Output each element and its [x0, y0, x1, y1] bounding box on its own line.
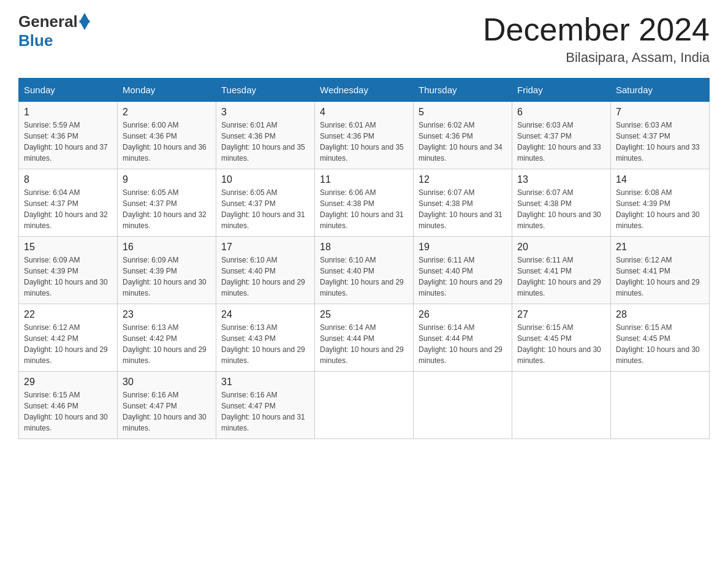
day-info: Sunrise: 6:14 AMSunset: 4:44 PMDaylight:…: [419, 323, 502, 365]
calendar-cell: 3 Sunrise: 6:01 AMSunset: 4:36 PMDayligh…: [216, 102, 315, 169]
calendar-cell: 18 Sunrise: 6:10 AMSunset: 4:40 PMDaylig…: [315, 237, 414, 304]
calendar-cell: 25 Sunrise: 6:14 AMSunset: 4:44 PMDaylig…: [315, 304, 414, 372]
day-number: 10: [221, 174, 309, 185]
calendar-cell: 9 Sunrise: 6:05 AMSunset: 4:37 PMDayligh…: [118, 169, 216, 237]
calendar-cell: 11 Sunrise: 6:06 AMSunset: 4:38 PMDaylig…: [315, 169, 414, 237]
calendar-cell: 1 Sunrise: 5:59 AMSunset: 4:36 PMDayligh…: [19, 102, 118, 169]
day-info: Sunrise: 6:15 AMSunset: 4:45 PMDaylight:…: [517, 323, 601, 365]
calendar-table: SundayMondayTuesdayWednesdayThursdayFrid…: [18, 78, 710, 439]
calendar-cell: 28 Sunrise: 6:15 AMSunset: 4:45 PMDaylig…: [611, 304, 710, 372]
day-header-sunday: Sunday: [19, 79, 118, 102]
calendar-cell: 26 Sunrise: 6:14 AMSunset: 4:44 PMDaylig…: [414, 304, 512, 372]
calendar-cell: 21 Sunrise: 6:12 AMSunset: 4:41 PMDaylig…: [611, 237, 710, 304]
location-text: Bilasipara, Assam, India: [483, 50, 710, 66]
day-number: 29: [24, 377, 112, 388]
calendar-cell: 23 Sunrise: 6:13 AMSunset: 4:42 PMDaylig…: [118, 304, 216, 372]
day-number: 11: [320, 174, 408, 185]
day-number: 4: [320, 107, 408, 118]
calendar-cell: 29 Sunrise: 6:15 AMSunset: 4:46 PMDaylig…: [19, 372, 118, 439]
calendar-cell: 2 Sunrise: 6:00 AMSunset: 4:36 PMDayligh…: [118, 102, 216, 169]
day-number: 20: [517, 242, 605, 253]
day-header-wednesday: Wednesday: [315, 79, 414, 102]
day-info: Sunrise: 6:03 AMSunset: 4:37 PMDaylight:…: [616, 121, 700, 163]
day-info: Sunrise: 6:07 AMSunset: 4:38 PMDaylight:…: [419, 188, 502, 230]
day-number: 7: [616, 107, 704, 118]
day-header-monday: Monday: [118, 79, 216, 102]
day-header-saturday: Saturday: [611, 79, 710, 102]
day-header-friday: Friday: [512, 79, 611, 102]
day-number: 2: [123, 107, 211, 118]
day-number: 23: [123, 309, 211, 320]
calendar-cell: 24 Sunrise: 6:13 AMSunset: 4:43 PMDaylig…: [216, 304, 315, 372]
calendar-cell: 19 Sunrise: 6:11 AMSunset: 4:40 PMDaylig…: [414, 237, 512, 304]
title-block: December 2024 Bilasipara, Assam, India: [483, 12, 710, 66]
day-info: Sunrise: 6:05 AMSunset: 4:37 PMDaylight:…: [221, 188, 305, 230]
logo-blue-text: Blue: [18, 31, 53, 50]
day-info: Sunrise: 6:09 AMSunset: 4:39 PMDaylight:…: [24, 256, 108, 297]
calendar-cell: [315, 372, 414, 439]
day-info: Sunrise: 6:11 AMSunset: 4:41 PMDaylight:…: [517, 256, 601, 297]
calendar-cell: 13 Sunrise: 6:07 AMSunset: 4:38 PMDaylig…: [512, 169, 611, 237]
logo-general-text: General: [18, 12, 78, 31]
day-number: 25: [320, 309, 408, 320]
day-info: Sunrise: 6:01 AMSunset: 4:36 PMDaylight:…: [320, 121, 404, 163]
calendar-cell: 27 Sunrise: 6:15 AMSunset: 4:45 PMDaylig…: [512, 304, 611, 372]
day-number: 3: [221, 107, 309, 118]
calendar-cell: [512, 372, 611, 439]
calendar-cell: 10 Sunrise: 6:05 AMSunset: 4:37 PMDaylig…: [216, 169, 315, 237]
day-info: Sunrise: 6:16 AMSunset: 4:47 PMDaylight:…: [123, 391, 207, 432]
day-number: 27: [517, 309, 605, 320]
calendar-cell: 6 Sunrise: 6:03 AMSunset: 4:37 PMDayligh…: [512, 102, 611, 169]
day-info: Sunrise: 6:12 AMSunset: 4:41 PMDaylight:…: [616, 256, 700, 297]
calendar-week-row: 1 Sunrise: 5:59 AMSunset: 4:36 PMDayligh…: [19, 102, 710, 169]
day-number: 16: [123, 242, 211, 253]
day-info: Sunrise: 6:02 AMSunset: 4:36 PMDaylight:…: [419, 121, 502, 163]
day-number: 31: [221, 377, 309, 388]
day-info: Sunrise: 6:13 AMSunset: 4:43 PMDaylight:…: [221, 323, 305, 365]
day-info: Sunrise: 6:11 AMSunset: 4:40 PMDaylight:…: [419, 256, 502, 297]
day-info: Sunrise: 6:05 AMSunset: 4:37 PMDaylight:…: [123, 188, 207, 230]
day-info: Sunrise: 6:14 AMSunset: 4:44 PMDaylight:…: [320, 323, 404, 365]
day-info: Sunrise: 6:06 AMSunset: 4:38 PMDaylight:…: [320, 188, 404, 230]
day-info: Sunrise: 6:08 AMSunset: 4:39 PMDaylight:…: [616, 188, 700, 230]
logo: General Blue: [18, 12, 90, 50]
calendar-cell: 15 Sunrise: 6:09 AMSunset: 4:39 PMDaylig…: [19, 237, 118, 304]
day-info: Sunrise: 6:10 AMSunset: 4:40 PMDaylight:…: [320, 256, 404, 297]
calendar-cell: 8 Sunrise: 6:04 AMSunset: 4:37 PMDayligh…: [19, 169, 118, 237]
day-number: 6: [517, 107, 605, 118]
calendar-week-row: 15 Sunrise: 6:09 AMSunset: 4:39 PMDaylig…: [19, 237, 710, 304]
calendar-cell: 17 Sunrise: 6:10 AMSunset: 4:40 PMDaylig…: [216, 237, 315, 304]
day-number: 24: [221, 309, 309, 320]
day-info: Sunrise: 6:10 AMSunset: 4:40 PMDaylight:…: [221, 256, 305, 297]
day-info: Sunrise: 6:03 AMSunset: 4:37 PMDaylight:…: [517, 121, 601, 163]
day-info: Sunrise: 6:04 AMSunset: 4:37 PMDaylight:…: [24, 188, 108, 230]
day-number: 18: [320, 242, 408, 253]
day-number: 1: [24, 107, 112, 118]
day-number: 13: [517, 174, 605, 185]
calendar-cell: 16 Sunrise: 6:09 AMSunset: 4:39 PMDaylig…: [118, 237, 216, 304]
calendar-cell: 12 Sunrise: 6:07 AMSunset: 4:38 PMDaylig…: [414, 169, 512, 237]
calendar-week-row: 29 Sunrise: 6:15 AMSunset: 4:46 PMDaylig…: [19, 372, 710, 439]
calendar-cell: 20 Sunrise: 6:11 AMSunset: 4:41 PMDaylig…: [512, 237, 611, 304]
day-number: 17: [221, 242, 309, 253]
day-info: Sunrise: 5:59 AMSunset: 4:36 PMDaylight:…: [24, 121, 108, 163]
day-number: 26: [419, 309, 507, 320]
month-title: December 2024: [483, 12, 710, 47]
day-number: 28: [616, 309, 704, 320]
day-number: 5: [419, 107, 507, 118]
day-number: 30: [123, 377, 211, 388]
calendar-cell: 30 Sunrise: 6:16 AMSunset: 4:47 PMDaylig…: [118, 372, 216, 439]
calendar-cell: 7 Sunrise: 6:03 AMSunset: 4:37 PMDayligh…: [611, 102, 710, 169]
calendar-cell: [611, 372, 710, 439]
day-number: 8: [24, 174, 112, 185]
day-number: 12: [419, 174, 507, 185]
calendar-cell: 4 Sunrise: 6:01 AMSunset: 4:36 PMDayligh…: [315, 102, 414, 169]
page-header: General Blue December 2024 Bilasipara, A…: [18, 12, 710, 66]
calendar-week-row: 22 Sunrise: 6:12 AMSunset: 4:42 PMDaylig…: [19, 304, 710, 372]
day-info: Sunrise: 6:15 AMSunset: 4:45 PMDaylight:…: [616, 323, 700, 365]
day-number: 19: [419, 242, 507, 253]
calendar-cell: 14 Sunrise: 6:08 AMSunset: 4:39 PMDaylig…: [611, 169, 710, 237]
day-number: 22: [24, 309, 112, 320]
day-info: Sunrise: 6:09 AMSunset: 4:39 PMDaylight:…: [123, 256, 207, 297]
day-number: 21: [616, 242, 704, 253]
